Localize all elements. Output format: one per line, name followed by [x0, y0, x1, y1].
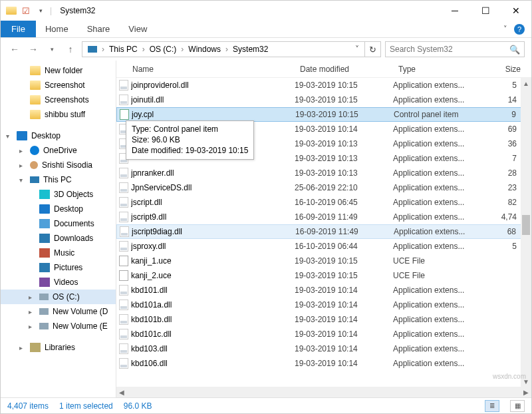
crumb-os-c[interactable]: OS (C:)	[146, 42, 181, 57]
crumb-system32[interactable]: System32	[229, 42, 272, 57]
search-box[interactable]: 🔍	[385, 41, 525, 57]
tree-label: 3D Objects	[54, 190, 93, 199]
tab-share[interactable]: Share	[78, 21, 120, 37]
folder-icon	[30, 110, 41, 119]
view-large-button[interactable]: ▦	[510, 400, 525, 412]
refresh-button[interactable]: ↻	[365, 41, 381, 57]
col-type[interactable]: Type	[393, 61, 475, 77]
col-date[interactable]: Date modified	[295, 61, 393, 77]
scroll-right-icon[interactable]: ▶	[521, 387, 531, 397]
minimize-button[interactable]: ─	[440, 1, 470, 21]
tab-home[interactable]: Home	[36, 21, 78, 37]
file-row[interactable]: kanji_2.uce19-03-2019 10:15UCE File	[116, 268, 531, 283]
view-details-button[interactable]: ≣	[485, 400, 499, 412]
crumb-windows[interactable]: Windows	[184, 42, 225, 57]
file-row[interactable]: JpnServiceDS.dll25-06-2019 22:10Applicat…	[116, 180, 531, 195]
file-icon	[116, 241, 131, 252]
tree-item[interactable]: ▸Srishti Sisodia	[1, 158, 116, 172]
file-row[interactable]: kbd101a.dll19-03-2019 10:14Application e…	[116, 298, 531, 312]
qat-dropdown-icon[interactable]: ▾	[35, 5, 46, 16]
vertical-scrollbar[interactable]: ▲ ▼	[521, 78, 531, 387]
tree-item[interactable]: Pictures	[1, 260, 116, 275]
tree-item[interactable]: 3D Objects	[1, 187, 116, 202]
file-icon	[116, 168, 131, 178]
file-row[interactable]: jscript9.dll16-09-2019 11:49Application …	[116, 210, 531, 224]
tree-libraries[interactable]: ▸ Libraries	[1, 340, 116, 355]
scroll-left-icon[interactable]: ◀	[116, 387, 127, 397]
file-row[interactable]: jscript9diag.dll16-09-2019 11:49Applicat…	[116, 224, 531, 239]
tree-item-icon	[39, 248, 50, 258]
file-row[interactable]: kanji_1.uce19-03-2019 10:15UCE File	[116, 254, 531, 268]
file-row[interactable]: jscript.dll16-10-2019 06:45Application e…	[116, 195, 531, 210]
chevron-icon[interactable]: ▸	[19, 147, 26, 154]
col-name[interactable]: Name	[116, 61, 295, 77]
navigation-tree[interactable]: New folderScreenshotScreenshotsshibbu st…	[1, 61, 116, 397]
tree-item[interactable]: Music	[1, 246, 116, 260]
tree-item-icon	[30, 176, 39, 183]
ribbon-collapse-icon[interactable]: ˅	[503, 25, 507, 33]
file-icon	[117, 109, 132, 120]
file-type: Application extens...	[393, 139, 475, 148]
forward-button[interactable]: →	[26, 42, 41, 57]
file-row[interactable]: joy.cpl19-03-2019 10:15Control panel ite…	[116, 107, 531, 122]
tree-item[interactable]: ▾Desktop	[1, 128, 116, 143]
file-row[interactable]: kbd101.dll19-03-2019 10:14Application ex…	[116, 283, 531, 298]
tree-quick-item[interactable]: New folder	[1, 63, 116, 78]
file-type: Application extens...	[393, 242, 475, 251]
tree-quick-item[interactable]: shibbu stuff	[1, 107, 116, 122]
file-row[interactable]: jpnranker.dll19-03-2019 10:13Application…	[116, 166, 531, 180]
file-row[interactable]: joinproviderol.dll19-03-2019 10:15Applic…	[116, 78, 531, 93]
chevron-icon[interactable]: ▸	[19, 162, 26, 169]
chevron-icon[interactable]: ▸	[29, 323, 35, 330]
tree-item[interactable]: ▸New Volume (D	[1, 304, 116, 319]
crumb-this-pc[interactable]: This PC	[105, 42, 142, 57]
qat-checkbox-icon[interactable]: ☑	[21, 5, 31, 16]
tree-item[interactable]: ▸OS (C:)	[1, 290, 116, 304]
file-icon	[116, 358, 131, 369]
col-size[interactable]: Size	[475, 61, 531, 77]
file-row[interactable]: kbd106.dll19-03-2019 10:14Application ex…	[116, 356, 531, 371]
file-row[interactable]: kbd101b.dll19-03-2019 10:14Application e…	[116, 312, 531, 327]
file-name: jpnranker.dll	[131, 168, 295, 178]
file-icon	[116, 343, 131, 354]
addr-pc-icon[interactable]	[84, 42, 101, 57]
search-icon[interactable]: 🔍	[509, 45, 520, 55]
file-row[interactable]: joinutil.dll19-03-2019 10:15Application …	[116, 93, 531, 107]
file-row[interactable]: kbd101c.dll19-03-2019 10:14Application e…	[116, 327, 531, 341]
chevron-icon[interactable]: ▸	[19, 344, 26, 351]
chevron-icon[interactable]: ▾	[6, 132, 13, 140]
file-rows: joinproviderol.dll19-03-2019 10:15Applic…	[116, 78, 531, 387]
horizontal-scrollbar[interactable]: ◀ ▶	[116, 387, 531, 397]
tree-item[interactable]: ▾This PC	[1, 172, 116, 187]
help-icon[interactable]: ?	[514, 24, 525, 35]
tree-label: Desktop	[54, 204, 83, 214]
file-row[interactable]: jsproxy.dll16-10-2019 06:44Application e…	[116, 239, 531, 254]
back-button[interactable]: ←	[7, 42, 22, 57]
scroll-up-icon[interactable]: ▲	[521, 78, 531, 89]
maximize-button[interactable]: ☐	[470, 1, 501, 21]
tree-item[interactable]: Videos	[1, 275, 116, 290]
address-bar[interactable]: › This PC › OS (C:) › Windows › System32…	[82, 41, 365, 57]
scroll-thumb[interactable]	[522, 215, 530, 235]
tree-item[interactable]: ▸OneDrive	[1, 143, 116, 158]
up-button[interactable]: ↑	[63, 42, 78, 57]
file-icon	[116, 80, 131, 91]
tree-quick-item[interactable]: Screenshot	[1, 78, 116, 93]
search-input[interactable]	[390, 45, 509, 54]
tab-view[interactable]: View	[119, 21, 156, 37]
tree-item[interactable]: Downloads	[1, 231, 116, 246]
file-tab[interactable]: File	[1, 21, 36, 37]
status-size: 96.0 KB	[124, 401, 152, 411]
file-row[interactable]: kbd103.dll19-03-2019 10:14Application ex…	[116, 341, 531, 356]
chevron-icon[interactable]: ▾	[19, 176, 26, 184]
tree-item[interactable]: ▸New Volume (E	[1, 319, 116, 333]
address-dropdown-icon[interactable]: ˅	[351, 45, 363, 54]
chevron-icon[interactable]: ▸	[29, 308, 35, 315]
file-name: jscript9.dll	[131, 212, 295, 222]
tree-item[interactable]: Documents	[1, 216, 116, 231]
recent-dropdown[interactable]: ▾	[45, 42, 59, 57]
tree-quick-item[interactable]: Screenshots	[1, 93, 116, 107]
chevron-icon[interactable]: ▸	[29, 294, 35, 301]
close-button[interactable]: ✕	[501, 1, 531, 21]
tree-item[interactable]: Desktop	[1, 202, 116, 216]
